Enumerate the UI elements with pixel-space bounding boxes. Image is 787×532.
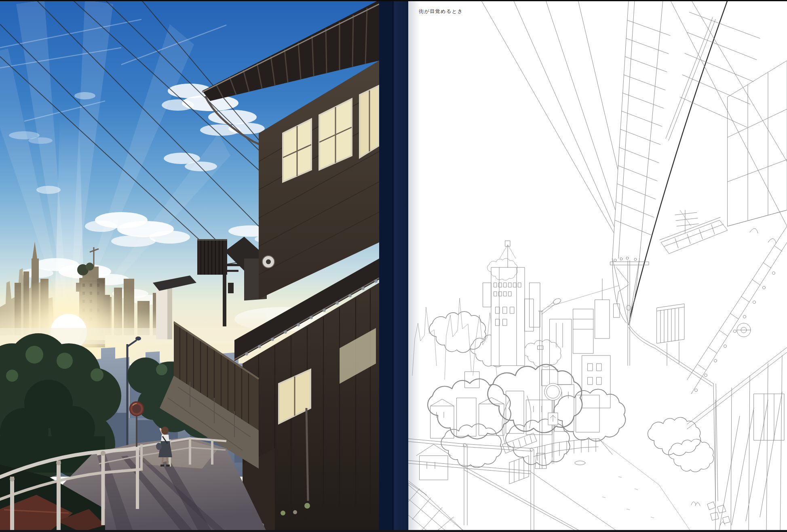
right-page-line-art: 街が目覚めるとき [408, 0, 787, 532]
page-caption: 街が目覚めるとき [419, 8, 463, 15]
lineart-distant-city [412, 241, 610, 438]
photo-top-edge [0, 0, 787, 1]
book-spread: 街が目覚めるとき [0, 0, 787, 532]
hair [161, 427, 169, 435]
photo-bottom-edge [0, 530, 787, 532]
lineart-balcony [657, 304, 684, 366]
lineart-right-wall [687, 61, 787, 532]
pent-roof-rafters [698, 246, 782, 370]
balcony [197, 239, 227, 275]
lineart-railing [408, 439, 691, 532]
line-artwork [408, 0, 787, 532]
lineart-mirror [544, 383, 561, 464]
lineart-house [610, 0, 787, 532]
bag [156, 443, 162, 450]
lineart-gable-roof [660, 217, 728, 254]
color-artwork [0, 0, 379, 532]
distant-fence [532, 439, 612, 461]
manhole [575, 461, 585, 465]
book-spine [379, 0, 408, 532]
lineart-window [754, 394, 784, 440]
lineart-tower [483, 241, 540, 366]
hatched-pent-roof [502, 433, 537, 484]
left-page-color-illustration [0, 0, 379, 532]
lower-wall-planks [687, 347, 787, 532]
lineart-bottom-left [408, 433, 537, 532]
